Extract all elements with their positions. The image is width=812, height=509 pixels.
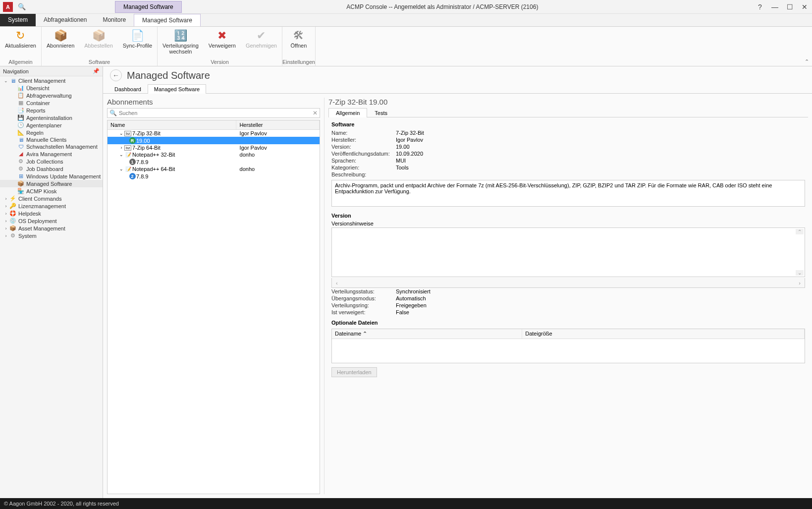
ribbon-genehmigen: ✔ Genehmigen: [241, 27, 282, 59]
value-version: 19.00: [396, 144, 805, 150]
tree-client-management[interactable]: ⌄🖥Client Management: [0, 77, 103, 84]
ribbon-group-version: Version: [211, 59, 229, 66]
back-button[interactable]: ←: [110, 69, 122, 81]
ribbon-collapse-icon[interactable]: ⌃: [805, 58, 809, 65]
tree-reports[interactable]: 📑Reports: [0, 107, 103, 114]
overview-icon: 📊: [17, 85, 25, 91]
app-icon: A: [3, 2, 13, 12]
avira-icon: ◢: [17, 151, 25, 157]
ribbon-oeffnen[interactable]: 🛠 Öffnen: [284, 27, 314, 59]
tree-lizenzmanagement[interactable]: ›🔑Lizenzmanagement: [0, 202, 103, 210]
row-7zip-32-1900[interactable]: R19.00: [108, 137, 320, 144]
close-icon[interactable]: ✕: [797, 3, 812, 11]
job-dashboard-icon: ⚙: [17, 166, 25, 172]
ribbon-aktualisieren[interactable]: ↻ Aktualisieren: [0, 27, 41, 59]
subscribe-icon: 📦: [54, 29, 67, 43]
refresh-icon: ↻: [16, 29, 25, 43]
value-hersteller: Igor Pavlov: [396, 137, 805, 143]
job-collections-icon: ⚙: [17, 158, 25, 165]
clear-search-icon[interactable]: ✕: [313, 110, 318, 116]
download-button[interactable]: Herunterladen: [331, 367, 377, 377]
ribbon-verweigern[interactable]: ✖ Verweigern: [204, 27, 241, 59]
col-name[interactable]: Name: [108, 120, 236, 129]
row-notepad-32[interactable]: ⌄📝Notepad++ 32-Bit donho: [108, 151, 320, 158]
search-box[interactable]: 🔍 ✕: [107, 108, 320, 118]
row-7zip-32[interactable]: ⌄bz7-Zip 32-Bit Igor Pavlov: [108, 130, 320, 137]
tab-managed-software[interactable]: Managed Software: [134, 14, 201, 26]
ribbon-abonnieren[interactable]: 📦 Abonnieren: [42, 27, 79, 59]
tab-monitore[interactable]: Monitore: [95, 14, 134, 26]
ribbon-verteilungsring[interactable]: 🔢 Verteilungsring wechseln: [158, 27, 204, 59]
deny-icon: ✖: [217, 29, 226, 43]
value-kategorien: Tools: [396, 165, 805, 170]
value-uebergang: Automatisch: [396, 295, 805, 301]
col-dateiname[interactable]: Dateiname ⌃: [332, 329, 522, 339]
tree-uebersicht[interactable]: 📊Übersicht: [0, 84, 103, 92]
row-notepad-32-789[interactable]: 17.8.9: [108, 158, 320, 166]
navigation-tree: ⌄🖥Client Management 📊Übersicht 📋Abfragev…: [0, 76, 103, 498]
tree-job-dashboard[interactable]: ⚙Job Dashboard: [0, 165, 103, 172]
tree-managed-software[interactable]: 📦Managed Software: [0, 180, 103, 187]
tree-agentenplaner[interactable]: 🕒Agentenplaner: [0, 121, 103, 129]
distribution-ring-icon: 🔢: [174, 29, 187, 43]
sync-profile-icon: 📄: [131, 29, 144, 43]
tree-system[interactable]: ›⚙System: [0, 232, 103, 239]
ribbon-sync-profile[interactable]: 📄 Sync-Profile: [118, 27, 157, 59]
tree-regeln[interactable]: 📐Regeln: [0, 129, 103, 136]
tab-abfrageaktionen[interactable]: Abfrageaktionen: [36, 14, 95, 26]
value-verdatum: 10.09.2020: [396, 151, 805, 157]
query-icon: 📋: [17, 92, 25, 99]
search-icon[interactable]: 🔍: [18, 3, 26, 10]
abonnements-title: Abonnements: [107, 98, 320, 106]
tree-schwachstellen[interactable]: 🛡Schwachstellen Management: [0, 143, 103, 150]
row-notepad-64-789[interactable]: 27.8.9: [108, 172, 320, 180]
label-name: Name:: [331, 130, 396, 136]
tree-asset-management[interactable]: ›📦Asset Management: [0, 225, 103, 232]
versionshinweise-box[interactable]: ⌃ ⌄: [331, 227, 805, 277]
tab-system[interactable]: System: [0, 14, 36, 26]
tree-os-deployment[interactable]: ›💿OS Deployment: [0, 217, 103, 225]
client-mgmt-icon: 🖥: [9, 78, 17, 84]
minimize-icon[interactable]: —: [767, 3, 782, 11]
detail-tab-allgemein[interactable]: Allgemein: [328, 108, 367, 117]
tree-helpdesk[interactable]: ›🛟Helpdesk: [0, 210, 103, 217]
scroll-down-icon[interactable]: ⌄: [796, 270, 804, 276]
tree-container[interactable]: ▦Container: [0, 99, 103, 107]
tree-manuelle-clients[interactable]: 🖥Manuelle Clients: [0, 136, 103, 143]
row-notepad-64[interactable]: ⌄📝Notepad++ 64-Bit donho: [108, 166, 320, 172]
detail-tab-tests[interactable]: Tests: [367, 108, 395, 117]
abonnements-pane: Abonnements 🔍 ✕ Name Hersteller ⌄bz7-Zip…: [107, 98, 320, 494]
page-tab-managed-software[interactable]: Managed Software: [148, 84, 206, 94]
abonnements-grid: Name Hersteller ⌄bz7-Zip 32-Bit Igor Pav…: [107, 120, 320, 494]
tree-acmp-kiosk[interactable]: 🏪ACMP Kiosk: [0, 187, 103, 195]
tree-avira[interactable]: ◢Avira Management: [0, 150, 103, 158]
tree-agenteninstallation[interactable]: 💾Agenteninstallation: [0, 114, 103, 121]
notepad-icon: 📝: [124, 167, 132, 172]
page-tab-dashboard[interactable]: Dashboard: [108, 84, 148, 94]
ribbon-group-software: Software: [89, 59, 110, 66]
prev-icon[interactable]: ‹: [336, 280, 338, 286]
tree-abfrageverwaltung[interactable]: 📋Abfrageverwaltung: [0, 92, 103, 99]
wum-icon: ⊞: [17, 173, 25, 179]
ribbon-group-einstellungen: Einstellungen: [282, 59, 315, 66]
vuln-icon: 🛡: [17, 144, 25, 150]
navigation-header: Navigation 📌: [0, 66, 103, 76]
help-icon[interactable]: ?: [753, 3, 767, 11]
value-vring: Freigegeben: [396, 302, 805, 308]
tree-windows-update[interactable]: ⊞Windows Update Management: [0, 172, 103, 180]
col-hersteller[interactable]: Hersteller: [236, 120, 320, 129]
search-input[interactable]: [119, 110, 313, 116]
tree-client-commands[interactable]: ›⚡Client Commands: [0, 195, 103, 202]
label-kategorien: Kategorien:: [331, 165, 396, 170]
col-dateigroesse[interactable]: Dateigröße: [522, 329, 805, 339]
container-icon: ▦: [17, 100, 25, 106]
next-icon[interactable]: ›: [799, 280, 801, 286]
title-bar: A 🔍 Managed Software ACMP Console -- Ang…: [0, 0, 812, 14]
tree-job-collections[interactable]: ⚙Job Collections: [0, 158, 103, 165]
unsubscribe-icon: 📦: [92, 29, 106, 43]
scroll-up-icon[interactable]: ⌃: [796, 229, 804, 234]
maximize-icon[interactable]: ☐: [782, 3, 797, 11]
pin-icon[interactable]: 📌: [93, 68, 100, 74]
row-7zip-64[interactable]: ›bz7-Zip 64-Bit Igor Pavlov: [108, 144, 320, 151]
label-verweigert: Ist verweigert:: [331, 309, 396, 315]
